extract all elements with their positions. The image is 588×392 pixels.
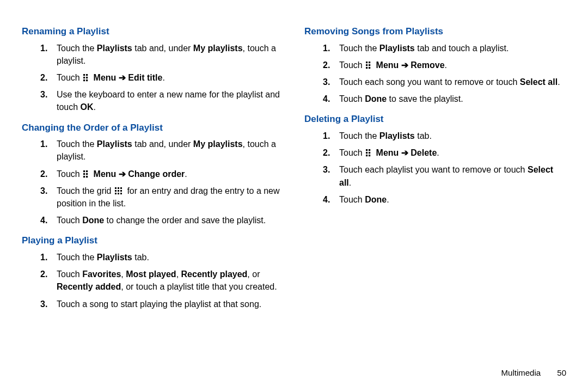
arrow-icon: ➔ [401, 148, 408, 157]
step-item: 1.Touch the Playlists tab and, under My … [40, 42, 284, 67]
step-number: 2. [40, 168, 47, 180]
step-number: 1. [40, 138, 47, 150]
bold-text: Favorites [82, 270, 121, 279]
text: Touch the [57, 139, 97, 149]
bold-text: Menu [94, 73, 117, 82]
grid-icon [115, 187, 122, 195]
svg-rect-0 [83, 74, 85, 76]
svg-rect-21 [366, 62, 367, 63]
svg-rect-25 [366, 67, 367, 69]
text: Touch the [57, 44, 97, 53]
step-number: 2. [40, 71, 47, 84]
step-number: 2. [323, 59, 330, 71]
step-body: Touch Done. [339, 195, 389, 204]
bold-text: Playlists [379, 131, 415, 140]
step-number: 4. [40, 214, 47, 226]
footer-section: Multimedia [501, 368, 541, 377]
text: to save the playlist. [387, 94, 463, 103]
step-item: 3.Touch a song to start playing the play… [40, 298, 284, 310]
svg-rect-3 [86, 77, 88, 78]
text: Touch each playlist you want to remove o… [339, 165, 528, 174]
text: Touch the grid [57, 186, 114, 195]
svg-rect-29 [366, 152, 367, 154]
arrow-icon: ➔ [401, 60, 408, 70]
svg-rect-22 [369, 62, 370, 63]
step-item: 2.Touch Menu ➔ Edit title. [40, 71, 284, 84]
menu-icon [83, 74, 89, 82]
text: , or touch a playlist title that you cre… [121, 282, 277, 291]
section-heading: Removing Songs from Playlists [304, 25, 566, 39]
step-number: 3. [323, 163, 330, 176]
step-item: 2.Touch Menu ➔ Change order. [40, 168, 284, 180]
svg-rect-13 [118, 187, 119, 189]
step-body: Touch the Playlists tab and touch a play… [339, 44, 509, 53]
step-body: Touch the Playlists tab and, under My pl… [57, 139, 276, 161]
svg-rect-20 [120, 193, 122, 194]
text: . [185, 169, 187, 179]
step-number: 3. [40, 185, 47, 197]
step-list: 1.Touch the Playlists tab and, under My … [22, 138, 284, 226]
svg-rect-14 [120, 187, 122, 189]
text: , or [247, 270, 260, 279]
text: , [176, 270, 181, 279]
step-body: Touch each song you want to remove or to… [339, 77, 560, 87]
menu-icon [83, 170, 89, 178]
text: . [162, 73, 164, 82]
step-body: Touch Menu ➔ Delete. [339, 148, 439, 157]
step-number: 2. [40, 268, 47, 280]
svg-rect-9 [86, 173, 88, 175]
step-body: Touch Done to change the order and save … [57, 216, 266, 225]
step-body: Touch the grid for an entry and drag the… [57, 186, 280, 208]
svg-rect-2 [83, 77, 85, 78]
svg-rect-27 [366, 149, 367, 151]
text: tab. [132, 253, 149, 262]
svg-rect-30 [369, 152, 370, 154]
bold-text: Playlists [379, 44, 415, 53]
bold-text: Recently added [57, 282, 121, 291]
text: Touch the [57, 253, 97, 262]
bold-text: OK [81, 102, 94, 112]
svg-rect-8 [83, 173, 85, 175]
step-item: 4.Touch Done. [323, 193, 566, 206]
step-list: 1.Touch the Playlists tab and, under My … [22, 42, 284, 114]
text: Touch [57, 73, 82, 82]
svg-rect-28 [369, 149, 370, 151]
step-number: 1. [323, 42, 330, 54]
bold-text: Edit title [128, 73, 162, 82]
bold-text: Menu [376, 148, 399, 157]
bold-text: Menu [376, 60, 399, 70]
text: . [349, 178, 351, 187]
text: Touch the [339, 131, 379, 140]
step-body: Touch a song to start playing the playli… [57, 299, 261, 309]
step-body: Touch the Playlists tab. [339, 131, 432, 140]
step-item: 3.Use the keyboard to enter a new name f… [40, 88, 284, 113]
step-number: 1. [40, 251, 47, 264]
step-item: 1.Touch the Playlists tab. [40, 251, 284, 264]
step-body: Touch Done to save the playlist. [339, 94, 463, 103]
arrow-icon: ➔ [119, 73, 126, 82]
step-item: 2.Touch Menu ➔ Delete. [323, 146, 566, 159]
step-number: 3. [323, 76, 330, 88]
step-body: Touch each playlist you want to remove o… [339, 165, 553, 187]
menu-icon [366, 62, 371, 69]
svg-rect-19 [118, 193, 119, 194]
step-number: 1. [323, 130, 330, 142]
text: . [387, 195, 389, 204]
svg-rect-17 [120, 190, 122, 192]
text: Touch [339, 60, 365, 70]
svg-rect-15 [115, 190, 117, 192]
text: Touch [57, 169, 82, 179]
text: Touch each song you want to remove or to… [339, 77, 520, 87]
svg-rect-10 [83, 176, 85, 177]
text: . [558, 77, 560, 87]
bold-text: Menu [94, 169, 117, 179]
page: Renaming a Playlist1.Touch the Playlists… [0, 0, 588, 392]
text: Touch [339, 94, 365, 103]
menu-icon [366, 149, 371, 157]
step-list: 1.Touch the Playlists tab.2.Touch Favori… [22, 251, 284, 310]
page-footer: Multimedia 50 [501, 367, 566, 379]
text: Touch [339, 195, 365, 204]
step-item: 2.Touch Favorites, Most played, Recently… [40, 268, 284, 293]
arrow-icon: ➔ [119, 169, 126, 179]
step-item: 3.Touch each playlist you want to remove… [323, 163, 566, 188]
